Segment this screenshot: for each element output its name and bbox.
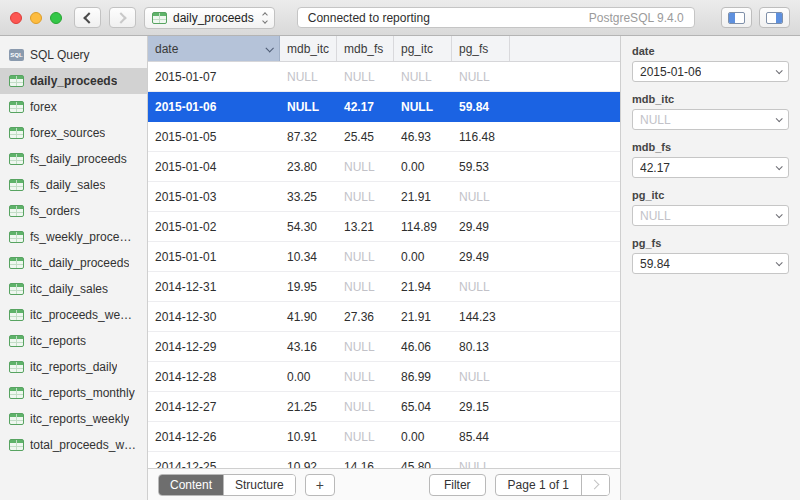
cell-mdb_itc[interactable]: 10.34 — [280, 250, 337, 264]
cell-pg_itc[interactable]: 46.93 — [394, 130, 452, 144]
cell-date[interactable]: 2014-12-27 — [148, 400, 280, 414]
cell-pg_fs[interactable]: NULL — [452, 190, 510, 204]
cell-mdb_itc[interactable]: 0.00 — [280, 370, 337, 384]
field-combo-pg_fs[interactable]: 59.84 — [632, 253, 789, 274]
cell-pg_itc[interactable]: 0.00 — [394, 160, 452, 174]
cell-mdb_itc[interactable]: 41.90 — [280, 310, 337, 324]
column-header-date[interactable]: date — [148, 36, 280, 61]
cell-mdb_fs[interactable]: 14.16 — [337, 460, 394, 469]
sidebar-item-total-proceeds-we[interactable]: total_proceeds_we... — [0, 432, 147, 458]
table-row[interactable]: 2015-01-06NULL42.17NULL59.84 — [148, 92, 620, 122]
cell-date[interactable]: 2015-01-04 — [148, 160, 280, 174]
sidebar-item-fs-daily-proceeds[interactable]: fs_daily_proceeds — [0, 146, 147, 172]
cell-mdb_itc[interactable]: NULL — [280, 70, 337, 84]
cell-pg_fs[interactable]: 80.13 — [452, 340, 510, 354]
cell-date[interactable]: 2015-01-03 — [148, 190, 280, 204]
cell-pg_fs[interactable]: NULL — [452, 70, 510, 84]
cell-mdb_itc[interactable]: 33.25 — [280, 190, 337, 204]
cell-date[interactable]: 2015-01-06 — [148, 100, 280, 114]
cell-date[interactable]: 2014-12-31 — [148, 280, 280, 294]
table-row[interactable]: 2014-12-2943.16NULL46.0680.13 — [148, 332, 620, 362]
table-row[interactable]: 2014-12-2721.25NULL65.0429.15 — [148, 392, 620, 422]
table-row[interactable]: 2014-12-2610.91NULL0.0085.44 — [148, 422, 620, 452]
sidebar-item-itc-proceeds-weekly[interactable]: itc_proceeds_weekly — [0, 302, 147, 328]
sidebar-item-forex[interactable]: forex — [0, 94, 147, 120]
cell-mdb_itc[interactable]: 21.25 — [280, 400, 337, 414]
cell-date[interactable]: 2014-12-26 — [148, 430, 280, 444]
cell-pg_itc[interactable]: 0.00 — [394, 430, 452, 444]
structure-tab[interactable]: Structure — [224, 475, 295, 495]
cell-pg_fs[interactable]: 144.23 — [452, 310, 510, 324]
sidebar-item-sql-query[interactable]: SQLSQL Query — [0, 42, 147, 68]
sidebar-item-itc-daily-sales[interactable]: itc_daily_sales — [0, 276, 147, 302]
cell-mdb_itc[interactable]: 43.16 — [280, 340, 337, 354]
cell-pg_itc[interactable]: 21.91 — [394, 190, 452, 204]
cell-mdb_fs[interactable]: NULL — [337, 400, 394, 414]
cell-date[interactable]: 2014-12-25 — [148, 460, 280, 469]
cell-pg_itc[interactable]: NULL — [394, 70, 452, 84]
cell-mdb_fs[interactable]: NULL — [337, 370, 394, 384]
cell-pg_itc[interactable]: 86.99 — [394, 370, 452, 384]
cell-date[interactable]: 2015-01-05 — [148, 130, 280, 144]
cell-mdb_itc[interactable]: 54.30 — [280, 220, 337, 234]
table-row[interactable]: 2015-01-0587.3225.4546.93116.48 — [148, 122, 620, 152]
table-row[interactable]: 2014-12-3119.95NULL21.94NULL — [148, 272, 620, 302]
cell-mdb_itc[interactable]: 19.95 — [280, 280, 337, 294]
cell-pg_fs[interactable]: 116.48 — [452, 130, 510, 144]
sidebar-item-itc-reports-weekly[interactable]: itc_reports_weekly — [0, 406, 147, 432]
sidebar-item-fs-weekly-proceeds[interactable]: fs_weekly_proceeds — [0, 224, 147, 250]
field-combo-date[interactable]: 2015-01-06 — [632, 61, 789, 82]
cell-mdb_fs[interactable]: NULL — [337, 250, 394, 264]
cell-date[interactable]: 2014-12-29 — [148, 340, 280, 354]
cell-mdb_fs[interactable]: NULL — [337, 160, 394, 174]
content-tab[interactable]: Content — [159, 475, 224, 495]
cell-mdb_itc[interactable]: NULL — [280, 100, 337, 114]
column-header-pg_itc[interactable]: pg_itc — [394, 36, 452, 61]
cell-mdb_itc[interactable]: 10.92 — [280, 460, 337, 469]
toggle-left-sidebar-button[interactable] — [721, 7, 752, 28]
zoom-button[interactable] — [50, 12, 62, 24]
field-combo-mdb_itc[interactable]: NULL — [632, 109, 789, 130]
sidebar-item-fs-daily-sales[interactable]: fs_daily_sales — [0, 172, 147, 198]
cell-mdb_fs[interactable]: NULL — [337, 280, 394, 294]
table-row[interactable]: 2014-12-280.00NULL86.99NULL — [148, 362, 620, 392]
cell-pg_fs[interactable]: 85.44 — [452, 430, 510, 444]
cell-pg_fs[interactable]: NULL — [452, 370, 510, 384]
cell-date[interactable]: 2015-01-07 — [148, 70, 280, 84]
cell-pg_itc[interactable]: 46.06 — [394, 340, 452, 354]
cell-mdb_fs[interactable]: NULL — [337, 340, 394, 354]
cell-mdb_fs[interactable]: 27.36 — [337, 310, 394, 324]
filter-button[interactable]: Filter — [429, 474, 486, 496]
sidebar-item-itc-reports-daily[interactable]: itc_reports_daily — [0, 354, 147, 380]
minimize-button[interactable] — [30, 12, 42, 24]
cell-pg_itc[interactable]: 65.04 — [394, 400, 452, 414]
cell-pg_itc[interactable]: NULL — [394, 100, 452, 114]
cell-pg_itc[interactable]: 114.89 — [394, 220, 452, 234]
cell-date[interactable]: 2014-12-30 — [148, 310, 280, 324]
table-selector-dropdown[interactable]: daily_proceeds — [144, 7, 275, 29]
cell-pg_fs[interactable]: 29.49 — [452, 250, 510, 264]
table-row[interactable]: 2015-01-0254.3013.21114.8929.49 — [148, 212, 620, 242]
cell-pg_fs[interactable]: 59.84 — [452, 100, 510, 114]
cell-pg_fs[interactable]: 29.15 — [452, 400, 510, 414]
cell-date[interactable]: 2015-01-01 — [148, 250, 280, 264]
table-row[interactable]: 2015-01-0423.80NULL0.0059.53 — [148, 152, 620, 182]
sidebar-item-itc-reports[interactable]: itc_reports — [0, 328, 147, 354]
cell-mdb_fs[interactable]: NULL — [337, 70, 394, 84]
cell-mdb_fs[interactable]: NULL — [337, 190, 394, 204]
column-header-pg_fs[interactable]: pg_fs — [452, 36, 510, 61]
cell-pg_fs[interactable]: 59.53 — [452, 160, 510, 174]
table-row[interactable]: 2014-12-3041.9027.3621.91144.23 — [148, 302, 620, 332]
table-row[interactable]: 2015-01-07NULLNULLNULLNULL — [148, 62, 620, 92]
sidebar-item-forex-sources[interactable]: forex_sources — [0, 120, 147, 146]
close-button[interactable] — [10, 12, 22, 24]
cell-mdb_fs[interactable]: 25.45 — [337, 130, 394, 144]
cell-date[interactable]: 2015-01-02 — [148, 220, 280, 234]
cell-mdb_itc[interactable]: 23.80 — [280, 160, 337, 174]
cell-pg_itc[interactable]: 0.00 — [394, 250, 452, 264]
cell-date[interactable]: 2014-12-28 — [148, 370, 280, 384]
cell-mdb_itc[interactable]: 10.91 — [280, 430, 337, 444]
sidebar-item-daily-proceeds[interactable]: daily_proceeds — [0, 68, 147, 94]
column-header-mdb_itc[interactable]: mdb_itc — [280, 36, 337, 61]
sidebar-item-itc-daily-proceeds[interactable]: itc_daily_proceeds — [0, 250, 147, 276]
